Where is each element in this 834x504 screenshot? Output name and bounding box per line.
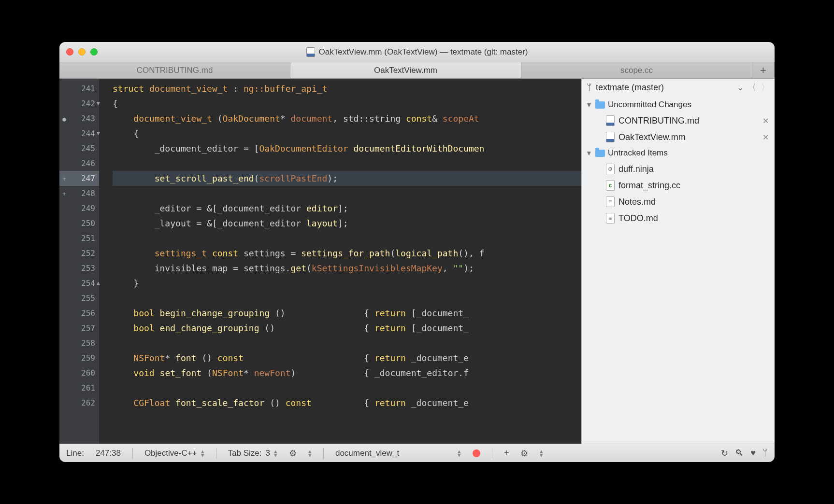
symbol-selector[interactable]: document_view_t ▴▾ xyxy=(335,448,461,458)
stepper-icon: ▴▾ xyxy=(540,449,543,457)
gutter-line[interactable]: 259 xyxy=(59,350,99,365)
gutter-line[interactable]: 262 xyxy=(59,395,99,410)
gutter-line[interactable]: ●243 xyxy=(59,111,99,126)
search-icon[interactable]: 🔍︎ xyxy=(735,448,744,458)
tab-contributing[interactable]: CONTRIBUTING.md xyxy=(59,62,290,78)
file-label: duff.ninja xyxy=(618,164,769,174)
code-view[interactable]: struct document_view_t : ng::buffer_api_… xyxy=(99,79,581,444)
nav-forward-icon: 〉 xyxy=(761,82,770,93)
code-line[interactable]: CGFloat font_scale_factor () const { ret… xyxy=(113,395,581,410)
tree-item[interactable]: duff.ninja xyxy=(582,161,775,177)
code-line[interactable]: document_view_t (OakDocument* document, … xyxy=(113,111,581,126)
code-line[interactable] xyxy=(113,336,581,350)
zoom-icon[interactable] xyxy=(90,48,98,56)
tree-item[interactable]: TODO.md xyxy=(582,210,775,226)
code-line[interactable]: _layout = &[_document_editor layout]; xyxy=(113,216,581,231)
scm-header: ᛘ textmate (master) ⌄ 〈 〉 xyxy=(582,79,775,96)
tree-item[interactable]: Notes.md xyxy=(582,194,775,210)
branch-icon[interactable]: ᛘ xyxy=(762,448,768,458)
gutter-line[interactable]: +247 xyxy=(59,171,99,186)
tree-item[interactable]: CONTRIBUTING.md✕ xyxy=(582,112,775,129)
new-tab-button[interactable]: + xyxy=(752,62,775,78)
gutter-line[interactable]: 241 xyxy=(59,81,99,96)
app-window: OakTextView.mm (OakTextView) — textmate … xyxy=(59,42,775,462)
gutter-line[interactable]: +248 xyxy=(59,186,99,201)
gutter-line[interactable]: 251 xyxy=(59,231,99,246)
disclosure-icon: ▼ xyxy=(586,149,592,157)
gutter-line[interactable]: 252 xyxy=(59,246,99,261)
heart-icon[interactable]: ♥ xyxy=(750,448,756,458)
gutter-line[interactable]: 256 xyxy=(59,306,99,321)
line-label: Line: xyxy=(66,448,84,458)
code-line[interactable]: invisibles_map = settings.get(kSettingsI… xyxy=(113,261,581,276)
close-icon[interactable]: ✕ xyxy=(762,133,769,142)
code-line[interactable]: bool end_change_grouping () { return [_d… xyxy=(113,321,581,336)
tree-group[interactable]: ▼Uncommitted Changes xyxy=(582,97,775,112)
code-line[interactable] xyxy=(113,231,581,246)
code-line[interactable] xyxy=(113,186,581,201)
gutter-line[interactable]: 244 ▼ xyxy=(59,126,99,141)
code-line[interactable]: struct document_view_t : ng::buffer_api_… xyxy=(113,81,581,96)
group-label: Uncommitted Changes xyxy=(608,100,691,110)
code-line[interactable] xyxy=(113,380,581,395)
gutter-line[interactable]: 249 xyxy=(59,201,99,216)
plus-icon[interactable]: + xyxy=(504,448,509,458)
gutter-line[interactable]: 250 xyxy=(59,216,99,231)
code-line[interactable]: } xyxy=(113,276,581,291)
disclosure-icon: ▼ xyxy=(586,101,592,109)
minimize-icon[interactable] xyxy=(78,48,86,56)
file-icon xyxy=(606,196,615,207)
tree-group[interactable]: ▼Untracked Items xyxy=(582,145,775,161)
code-line[interactable]: set_scroll_past_end(scrollPastEnd); xyxy=(113,171,581,186)
gutter-line[interactable]: 260 xyxy=(59,365,99,380)
tab-size-selector[interactable]: Tab Size: 3 ▴▾ xyxy=(228,448,277,458)
code-line[interactable]: _document_editor = [OakDocumentEditor do… xyxy=(113,141,581,156)
tab-label: OakTextView.mm xyxy=(374,66,437,75)
code-line[interactable] xyxy=(113,156,581,171)
document-icon[interactable] xyxy=(306,47,315,57)
reload-icon[interactable]: ↻ xyxy=(721,448,728,459)
gutter-line[interactable]: 258 xyxy=(59,336,99,350)
gutter-line[interactable]: 257 xyxy=(59,321,99,336)
nav-back-icon[interactable]: 〈 xyxy=(748,82,756,93)
close-icon[interactable]: ✕ xyxy=(762,116,769,126)
gutter-line[interactable]: 261 xyxy=(59,380,99,395)
gutter-line[interactable]: 255 xyxy=(59,291,99,306)
language-selector[interactable]: Objective-C++ ▴▾ xyxy=(144,448,204,458)
gutter-line[interactable]: 245 xyxy=(59,141,99,156)
symbol-label: document_view_t xyxy=(335,448,454,458)
tree-item[interactable]: OakTextView.mm✕ xyxy=(582,129,775,145)
macro-record-icon[interactable] xyxy=(473,449,480,457)
code-line[interactable]: bool begin_change_grouping () { return [… xyxy=(113,306,581,321)
close-icon[interactable] xyxy=(66,48,73,56)
window-title: OakTextView.mm (OakTextView) — textmate … xyxy=(319,47,528,57)
window-body: 241242 ▼●243244 ▼245246+247+248249250251… xyxy=(59,79,775,444)
tab-bar: CONTRIBUTING.md OakTextView.mm scope.cc … xyxy=(59,62,775,79)
gear-icon[interactable]: ⚙︎ xyxy=(520,448,528,459)
gutter-line[interactable]: 253 xyxy=(59,261,99,276)
code-line[interactable] xyxy=(113,291,581,306)
tree-item[interactable]: format_string.cc xyxy=(582,177,775,194)
file-label: CONTRIBUTING.md xyxy=(618,116,759,126)
code-line[interactable]: { xyxy=(113,126,581,141)
gutter-line[interactable]: 246 xyxy=(59,156,99,171)
code-line[interactable]: void set_font (NSFont* newFont) { _docum… xyxy=(113,365,581,380)
gear-icon[interactable]: ⚙︎ xyxy=(289,448,297,459)
scm-title[interactable]: textmate (master) xyxy=(596,83,733,93)
gutter-line[interactable]: 254 ▲ xyxy=(59,276,99,291)
chevron-down-icon[interactable]: ⌄ xyxy=(737,83,744,93)
code-line[interactable]: settings_t const settings = settings_for… xyxy=(113,246,581,261)
code-line[interactable]: { xyxy=(113,96,581,111)
tab-scope[interactable]: scope.cc xyxy=(521,62,752,78)
gutter-line[interactable]: 242 ▼ xyxy=(59,96,99,111)
file-icon xyxy=(606,164,615,174)
code-line[interactable]: _editor = &[_document_editor editor]; xyxy=(113,201,581,216)
file-label: TODO.md xyxy=(618,213,769,224)
line-gutter[interactable]: 241242 ▼●243244 ▼245246+247+248249250251… xyxy=(59,79,99,444)
code-line[interactable]: NSFont* font () const { return _document… xyxy=(113,350,581,365)
folder-icon xyxy=(595,101,605,109)
tab-oaktextview[interactable]: OakTextView.mm xyxy=(290,62,521,78)
file-icon xyxy=(606,132,615,142)
cursor-position[interactable]: 247:38 xyxy=(96,448,121,458)
folder-icon xyxy=(595,150,605,157)
